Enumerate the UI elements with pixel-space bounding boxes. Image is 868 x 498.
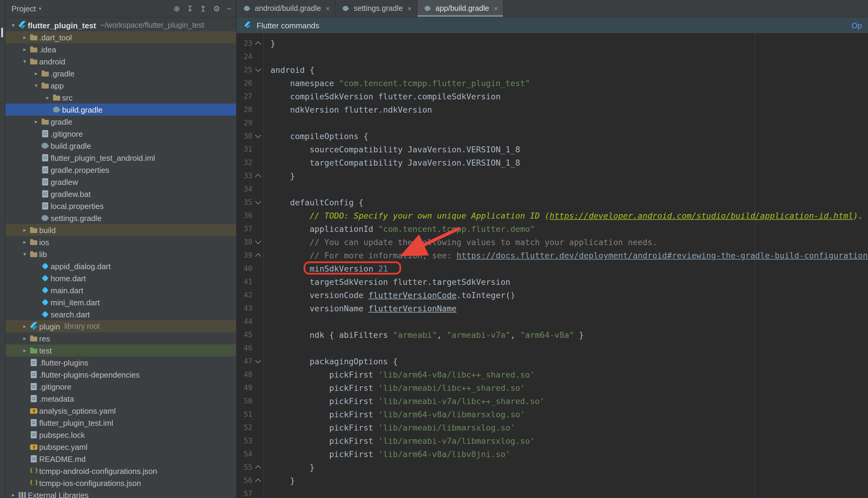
close-icon[interactable]: × — [407, 5, 411, 12]
editor-tab-android-build-gradle[interactable]: android/build.gradle× — [237, 0, 336, 17]
code-line[interactable]: 36 // TODO: Specify your own unique Appl… — [237, 209, 868, 222]
tree-row-home-dart[interactable]: home.dart — [5, 272, 236, 284]
fold-end-icon[interactable] — [255, 41, 261, 47]
tree-row-build-gradle[interactable]: build.gradle — [5, 140, 236, 152]
chevron-down-icon[interactable]: ▾ — [32, 82, 40, 89]
fold-end-icon[interactable] — [255, 465, 261, 471]
tree-row-analysis-options-yaml[interactable]: analysis_options.yaml — [5, 405, 236, 417]
tree-row-plugin[interactable]: ▸pluginlibrary root — [5, 320, 236, 332]
fold-end-icon[interactable] — [255, 479, 261, 484]
chevron-right-icon[interactable]: ▸ — [21, 47, 29, 52]
fold-start-icon[interactable] — [255, 132, 261, 138]
tree-row-readme-md[interactable]: README.md — [5, 453, 236, 465]
tree-row--metadata[interactable]: .metadata — [5, 393, 236, 405]
tree-row-gradlew[interactable]: gradlew — [5, 176, 236, 188]
chevron-right-icon[interactable]: ▸ — [21, 323, 29, 329]
chevron-right-icon[interactable]: ▸ — [32, 119, 40, 124]
tree-row-tcmpp-ios-configurations-json[interactable]: tcmpp-ios-configurations.json — [5, 477, 236, 489]
code-line[interactable]: 46 — [237, 341, 868, 355]
tool-window-stripe[interactable] — [0, 0, 5, 498]
tree-row-pubspec-yaml[interactable]: pubspec.yaml — [5, 441, 236, 453]
chevron-right-icon[interactable]: ▸ — [32, 70, 40, 77]
chevron-right-icon[interactable]: ▸ — [43, 94, 52, 101]
tree-row--idea[interactable]: ▸.idea — [5, 43, 236, 55]
code-line[interactable]: 42 versionCode flutterVersionCode.toInte… — [237, 288, 868, 302]
chevron-right-icon[interactable]: ▸ — [21, 239, 29, 245]
code-line[interactable]: 49 pickFirst 'lib/armeabi/libc++_shared.… — [237, 381, 868, 394]
code-line[interactable]: 40 minSdkVersion 21 — [237, 262, 868, 275]
tree-row--gradle[interactable]: ▸.gradle — [5, 67, 236, 79]
code-line[interactable]: 53 pickFirst 'lib/armeabi-v7a/libmarsxlo… — [237, 434, 868, 447]
fold-end-icon[interactable] — [255, 253, 261, 259]
tree-row-external-libraries[interactable]: ▸External Libraries — [5, 489, 236, 498]
tree-row-gradle-properties[interactable]: gradle.properties — [5, 164, 236, 176]
code-line[interactable]: 26 namespace "com.tencent.tcmpp.flutter_… — [237, 77, 868, 90]
chevron-right-icon[interactable]: ▸ — [9, 492, 17, 498]
tree-row-flutter-plugin-test[interactable]: ▾flutter_plugin_test~/workspace/flutter_… — [5, 19, 236, 31]
fold-start-icon[interactable] — [255, 357, 261, 364]
chevron-down-icon[interactable]: ▾ — [9, 22, 17, 28]
code-line[interactable]: 52 pickFirst 'lib/armeabi/libmarsxlog.so… — [237, 421, 868, 434]
chevron-right-icon[interactable]: ▸ — [21, 34, 29, 40]
fold-start-icon[interactable] — [255, 238, 261, 244]
code-line[interactable]: 55 } — [237, 461, 868, 474]
code-line[interactable]: 57 — [237, 487, 868, 498]
tree-row--gitignore[interactable]: .gitignore — [5, 128, 236, 140]
close-icon[interactable]: × — [494, 5, 498, 12]
project-view-dropdown[interactable]: Project ▾ — [11, 4, 41, 13]
tree-row-lib[interactable]: ▾lib — [5, 248, 236, 260]
code-line[interactable]: 44 — [237, 315, 868, 328]
locate-file-icon[interactable]: ⊕ — [173, 4, 180, 12]
expand-all-icon[interactable]: ↧ — [187, 4, 193, 12]
tree-row-android[interactable]: ▾android — [5, 55, 236, 67]
code-line[interactable]: 31 sourceCompatibility JavaVersion.VERSI… — [237, 143, 868, 156]
code-line[interactable]: 54 pickFirst 'lib/arm64-v8a/libv8jni.so' — [237, 447, 868, 461]
code-line[interactable]: 39 // For more information, see: https:/… — [237, 249, 868, 262]
code-line[interactable]: 45 ndk { abiFilters "armeabi", "armeabi-… — [237, 328, 868, 341]
tree-row-local-properties[interactable]: local.properties — [5, 200, 236, 212]
code-line[interactable]: 43 versionName flutterVersionName — [237, 302, 868, 315]
tree-row--flutter-plugins-dependencies[interactable]: .flutter-plugins-dependencies — [5, 368, 236, 381]
chevron-down-icon[interactable]: ▾ — [21, 58, 29, 64]
settings-icon[interactable]: ⚙ — [213, 4, 220, 12]
tree-row--dart-tool[interactable]: ▸.dart_tool — [5, 31, 236, 43]
code-line[interactable]: 33 } — [237, 169, 868, 182]
code-line[interactable]: 47 packagingOptions { — [237, 355, 868, 368]
fold-start-icon[interactable] — [255, 66, 261, 72]
tree-row-mini-item-dart[interactable]: mini_item.dart — [5, 296, 236, 308]
code-line[interactable]: 28 ndkVersion flutter.ndkVersion — [237, 103, 868, 116]
tree-row-res[interactable]: ▸res — [5, 332, 236, 344]
tree-row-search-dart[interactable]: search.dart — [5, 308, 236, 320]
code-line[interactable]: 30 compileOptions { — [237, 130, 868, 143]
tree-row-src[interactable]: ▸src — [5, 92, 236, 104]
code-line[interactable]: 23} — [237, 37, 868, 50]
code-line[interactable]: 41 targetSdkVersion flutter.targetSdkVer… — [237, 275, 868, 288]
chevron-right-icon[interactable]: ▸ — [21, 336, 29, 341]
tree-row-pubspec-lock[interactable]: pubspec.lock — [5, 429, 236, 441]
tree-row-main-dart[interactable]: main.dart — [5, 284, 236, 296]
code-line[interactable]: 24 — [237, 50, 868, 63]
chevron-right-icon[interactable]: ▸ — [21, 227, 29, 233]
code-editor[interactable]: 23}2425android {26 namespace "com.tencen… — [237, 34, 868, 498]
tree-row-build-gradle[interactable]: build.gradle — [5, 104, 236, 116]
code-line[interactable]: 29 — [237, 116, 868, 130]
code-line[interactable]: 27 compileSdkVersion flutter.compileSdkV… — [237, 90, 868, 103]
chevron-down-icon[interactable]: ▾ — [21, 251, 29, 257]
fold-end-icon[interactable] — [255, 174, 261, 180]
chevron-right-icon[interactable]: ▸ — [21, 348, 29, 353]
code-line[interactable]: 35 defaultConfig { — [237, 196, 868, 209]
tree-row-test[interactable]: ▸test — [5, 344, 236, 356]
tree-row-tcmpp-android-configurations-json[interactable]: tcmpp-android-configurations.json — [5, 465, 236, 477]
code-line[interactable]: 37 applicationId "com.tencent.tcmpp.flut… — [237, 222, 868, 235]
editor-tab-settings-gradle[interactable]: settings.gradle× — [336, 0, 418, 17]
tree-row-gradlew-bat[interactable]: gradlew.bat — [5, 188, 236, 200]
code-line[interactable]: 56 } — [237, 474, 868, 487]
fold-start-icon[interactable] — [255, 198, 261, 205]
code-line[interactable]: 38 // You can update the following value… — [237, 235, 868, 249]
close-icon[interactable]: × — [326, 5, 330, 12]
code-area[interactable]: 23}2425android {26 namespace "com.tencen… — [237, 34, 868, 498]
tree-row--gitignore[interactable]: .gitignore — [5, 381, 236, 393]
tree-row--flutter-plugins[interactable]: .flutter-plugins — [5, 356, 236, 368]
code-line[interactable]: 25android { — [237, 63, 868, 77]
code-line[interactable]: 32 targetCompatibility JavaVersion.VERSI… — [237, 156, 868, 169]
